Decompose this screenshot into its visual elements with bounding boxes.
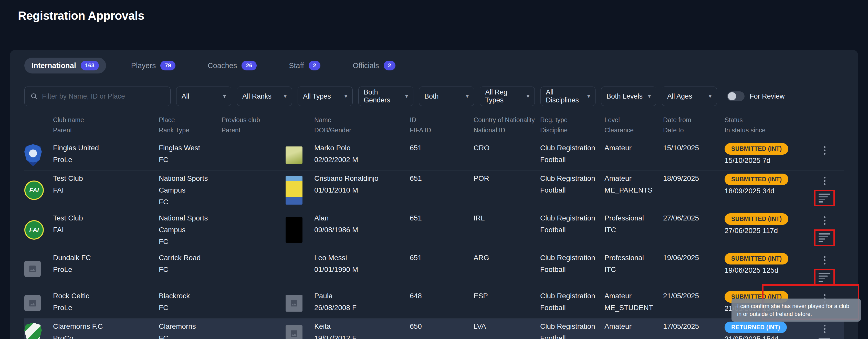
image-placeholder-icon [290,299,299,308]
date-from: 19/06/2025 [663,252,724,264]
dropdown-value: Both Levels [607,92,643,100]
player-name: Leo Messi [314,252,410,264]
filter-dropdown[interactable]: All Ranks ▾ [237,87,292,106]
row-menu-button[interactable] [821,145,828,156]
filter-dropdown[interactable]: All Disciplines ▾ [540,87,595,106]
dob-gender: 09/08/1986 M [314,224,410,236]
club-badge: FAI [24,181,44,200]
tab-bar: International 163 Players 79 Coaches 26 … [24,57,844,80]
dropdown-value: Both Genders [364,88,405,104]
dropdown-value: All Types [303,92,331,100]
chevron-down-icon: ▾ [405,93,408,100]
club-name: Test Club [53,173,159,184]
country: LVA [473,320,540,332]
filter-dropdown[interactable]: Both Genders ▾ [358,87,413,106]
tab[interactable]: Coaches 26 [200,58,264,73]
date-from: 17/05/2025 [663,320,724,332]
tab-count-badge: 2 [309,61,320,70]
column-header-id: IDFIFA ID [410,115,473,135]
filter-dropdown[interactable]: Both ▾ [419,87,474,106]
club-name: Rock Celtic [53,290,159,302]
notes-icon[interactable] [818,338,830,339]
image-placeholder-icon [28,265,37,273]
table-row[interactable]: Finglas UnitedProLe Finglas West FC Mark… [24,140,844,171]
tab-label: Players [131,61,156,70]
image-placeholder-icon [28,299,37,308]
row-menu-button[interactable] [821,175,828,187]
filter-dropdown[interactable]: All ▾ [176,87,231,106]
player-name: Alan [314,212,410,224]
discipline: Football [540,302,604,314]
column-header-country: Country of NationalityNational ID [473,115,540,135]
in-status-since: 19/06/2025 125d [724,265,810,276]
dropdown-value: All Disciplines [546,88,587,104]
table-row[interactable]: Dundalk FCProLe Carrick Road FC Leo Mess… [24,250,844,288]
dropdown-value: All Ages [667,92,692,100]
player-id: 651 [410,212,473,224]
for-review-toggle[interactable] [727,91,745,101]
club-badge [24,260,41,277]
filter-dropdown[interactable]: Both Levels ▾ [601,87,656,106]
status-badge: RETURNED (INT) [724,321,787,333]
filter-dropdown[interactable]: All Types ▾ [298,87,353,106]
notes-icon[interactable] [818,273,830,282]
filter-dropdown[interactable]: All Ages ▾ [662,87,717,106]
note-annotation [814,190,835,206]
tab[interactable]: International 163 [24,58,106,73]
tooltip: I can confirm she has never played for a… [732,299,861,321]
dob-gender: 02/02/2002 M [314,154,410,166]
country: ARG [473,252,540,264]
country: POR [473,173,540,184]
in-status-since: 18/09/2025 34d [724,185,810,197]
in-status-since: 15/10/2025 7d [724,155,810,166]
page-title: Registration Approvals [18,9,850,23]
dob-gender: 26/08/2008 F [314,302,410,314]
table-row[interactable]: Rock CelticProLe Blackrock FC Paula26/08… [24,288,844,318]
clearance: ME_PARENTS [604,184,663,196]
row-menu-button[interactable] [821,323,828,335]
club-name: Finglas United [53,142,159,154]
player-photo [286,176,303,205]
table-header: Club nameParent PlaceRank Type Previous … [24,108,844,140]
level: Amateur [604,320,663,332]
tab-count-badge: 26 [242,61,256,70]
place: Claremorris FC [159,320,221,339]
place: National Sports Campus FC [159,173,221,208]
search-input[interactable] [42,92,165,100]
level: Professional [604,212,663,224]
note-annotation [814,229,835,246]
note-annotation [818,338,830,339]
chevron-down-icon: ▾ [527,93,529,100]
column-header-actions [810,115,839,135]
tab[interactable]: Officials 2 [345,58,403,73]
player-name: Marko Polo [314,142,410,154]
club-badge [24,322,42,339]
table-row[interactable]: FAI Test ClubFAI National Sports Campus … [24,171,844,210]
tab-count-badge: 2 [384,61,396,70]
place: National Sports Campus FC [159,212,221,248]
column-header-date: Date fromDate to [663,115,724,135]
tab[interactable]: Players 79 [124,58,183,73]
chevron-down-icon: ▾ [284,93,287,100]
place: Blackrock FC [159,290,221,314]
player-photo [286,295,303,312]
page-header: Registration Approvals [0,0,868,33]
table-row[interactable]: Claremorris F.CProCo Claremorris FC Keit… [24,318,844,339]
discipline: Football [540,332,604,339]
notes-icon[interactable] [818,233,830,242]
dropdown-value: Both [424,92,439,100]
filter-dropdown[interactable]: All Reg Types ▾ [480,87,535,106]
tab[interactable]: Staff 2 [282,58,328,73]
notes-icon[interactable] [818,193,830,203]
search-box[interactable] [24,87,170,106]
row-menu-button[interactable] [821,254,828,266]
club-parent: ProLe [53,264,159,276]
for-review-toggle-group: For Review [727,91,785,101]
table-row[interactable]: FAI Test ClubFAI National Sports Campus … [24,210,844,250]
player-id: 648 [410,290,473,302]
column-header-name: NameDOB/Gender [314,115,410,135]
status-badge: SUBMITTED (INT) [724,143,788,155]
row-menu-button[interactable] [821,215,828,226]
country: CRO [473,142,540,154]
clearance: ITC [604,264,663,276]
